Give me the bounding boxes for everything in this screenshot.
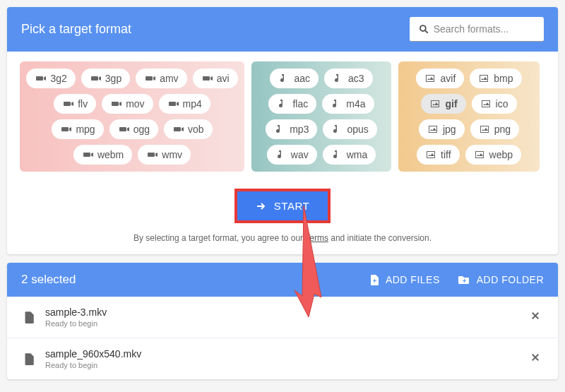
video-icon <box>35 73 46 84</box>
file-row: sample_960x540.mkvReady to begin <box>7 338 558 379</box>
chip-label: webp <box>489 149 513 160</box>
format-chip-m4a[interactable]: m4a <box>322 94 374 114</box>
format-chip-opus[interactable]: opus <box>323 119 376 139</box>
format-chip-mov[interactable]: mov <box>102 94 153 114</box>
remove-file-button[interactable] <box>527 307 544 327</box>
chip-label: mp3 <box>290 124 309 135</box>
format-chip-vob[interactable]: vob <box>164 119 213 139</box>
format-chip-png[interactable]: png <box>470 119 519 139</box>
chip-label: tiff <box>441 149 451 160</box>
format-chip-3g2[interactable]: 3g2 <box>26 69 75 88</box>
start-button[interactable]: START <box>234 189 331 223</box>
files-panel: 2 selected ADD FILES ADD FOLDER sample-3… <box>7 263 558 379</box>
format-chip-mpg[interactable]: mpg <box>52 119 103 139</box>
format-chip-wma[interactable]: wma <box>323 145 376 165</box>
file-info: sample-3.mkvReady to begin <box>45 307 527 328</box>
format-chip-flv[interactable]: flv <box>54 94 96 114</box>
chip-label: flv <box>78 98 88 109</box>
format-chip-wav[interactable]: wav <box>267 145 317 165</box>
format-chip-amv[interactable]: amv <box>136 69 186 88</box>
image-icon <box>480 98 492 109</box>
video-format-group: 3g23gpamvaviflvmovmp4mpgoggvobwebmwmv <box>20 61 244 172</box>
video-icon <box>167 98 179 109</box>
terms-suffix: and initiate the conversion. <box>328 233 432 243</box>
format-chip-webp[interactable]: webp <box>465 145 521 165</box>
terms-link[interactable]: Terms <box>305 233 328 243</box>
chip-label: avif <box>440 73 456 84</box>
chip-label: jpg <box>443 124 456 135</box>
format-chip-avi[interactable]: avi <box>193 69 238 88</box>
video-icon <box>144 73 155 84</box>
image-icon <box>478 73 489 84</box>
file-icon <box>21 352 35 366</box>
audio-icon <box>331 149 343 160</box>
audio-icon <box>331 98 342 109</box>
chip-label: 3g2 <box>50 73 66 84</box>
start-row: START <box>7 179 558 229</box>
format-chip-flac[interactable]: flac <box>268 94 316 114</box>
file-info: sample_960x540.mkvReady to begin <box>45 348 527 369</box>
format-picker-panel: Pick a target format 3g23gpamvaviflvmovm… <box>7 7 558 254</box>
format-chip-gif[interactable]: gif <box>421 94 465 114</box>
format-chip-tiff[interactable]: tiff <box>417 145 460 165</box>
file-status: Ready to begin <box>45 319 527 328</box>
chip-label: wmv <box>162 149 182 160</box>
format-chip-3gp[interactable]: 3gp <box>81 69 130 88</box>
audio-icon <box>277 98 288 109</box>
chip-label: ico <box>496 98 509 109</box>
chip-label: flac <box>292 98 308 109</box>
chip-label: amv <box>160 73 178 84</box>
video-icon <box>110 98 121 109</box>
chip-label: ogg <box>133 124 150 135</box>
remove-file-button[interactable] <box>527 349 544 369</box>
format-chip-ac3[interactable]: ac3 <box>324 69 373 88</box>
search-box[interactable] <box>410 17 544 42</box>
add-folder-button[interactable]: ADD FOLDER <box>457 273 544 286</box>
add-files-button[interactable]: ADD FILES <box>367 273 440 286</box>
image-icon <box>474 149 485 160</box>
image-icon <box>429 98 441 109</box>
format-chip-jpg[interactable]: jpg <box>419 119 465 139</box>
chip-label: mpg <box>76 124 95 135</box>
format-chip-avif[interactable]: avif <box>416 69 464 88</box>
chip-label: ac3 <box>348 73 364 84</box>
panel-title: Pick a target format <box>21 22 131 37</box>
format-chip-mp4[interactable]: mp4 <box>159 94 210 114</box>
image-format-group: avifbmpgificojpgpngtiffwebp <box>398 61 540 172</box>
video-icon <box>201 73 213 84</box>
chip-label: bmp <box>494 73 513 84</box>
chip-label: wma <box>347 149 368 160</box>
video-icon <box>146 149 157 160</box>
video-icon <box>82 149 93 160</box>
video-icon <box>172 124 184 135</box>
chip-label: wav <box>291 149 309 160</box>
close-icon <box>530 352 541 363</box>
search-icon <box>418 23 429 35</box>
files-header: 2 selected ADD FILES ADD FOLDER <box>7 263 558 297</box>
chip-label: m4a <box>346 98 365 109</box>
audio-icon <box>278 73 290 84</box>
format-chip-mp3[interactable]: mp3 <box>266 119 317 139</box>
image-icon <box>424 73 436 84</box>
chip-label: avi <box>217 73 230 84</box>
add-file-icon <box>367 273 380 286</box>
close-icon <box>530 310 541 321</box>
chip-label: vob <box>188 124 204 135</box>
format-chip-webm[interactable]: webm <box>73 145 132 165</box>
image-icon <box>427 124 439 135</box>
chip-label: webm <box>97 149 124 160</box>
file-status: Ready to begin <box>45 361 527 369</box>
format-chip-ogg[interactable]: ogg <box>109 119 158 139</box>
format-chip-wmv[interactable]: wmv <box>138 145 191 165</box>
add-folder-label: ADD FOLDER <box>477 274 544 285</box>
search-input[interactable] <box>434 23 535 35</box>
chip-label: gif <box>445 98 457 109</box>
format-chip-ico[interactable]: ico <box>472 94 517 114</box>
format-chip-aac[interactable]: aac <box>270 69 319 88</box>
chip-label: 3gp <box>105 73 121 84</box>
format-chip-bmp[interactable]: bmp <box>470 69 521 88</box>
video-icon <box>60 124 71 135</box>
audio-format-group: aacac3flacm4amp3opuswavwma <box>251 61 391 172</box>
chip-label: png <box>494 124 511 135</box>
audio-icon <box>331 124 343 135</box>
